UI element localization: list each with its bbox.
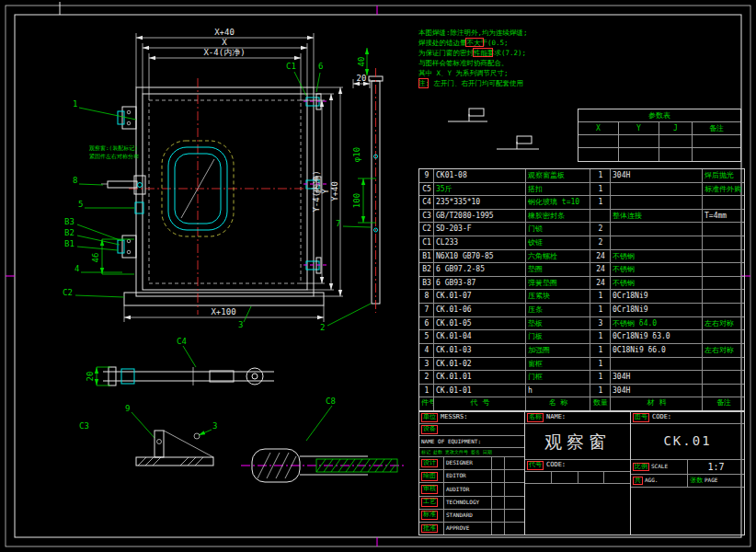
parts-cell-name: 压紧块 bbox=[526, 290, 590, 303]
scale-value: 1:7 bbox=[688, 460, 744, 474]
callout-1: 1 bbox=[73, 99, 77, 109]
parts-cell-qty: 1 bbox=[590, 304, 611, 316]
parts-cell-qty: 24 bbox=[590, 250, 611, 263]
parts-cell-rem bbox=[703, 358, 744, 371]
revision-row: 标记 处数 更改文件号 签名 日期 bbox=[419, 448, 524, 457]
parts-cell-code: CK.01-07 bbox=[434, 290, 526, 303]
callout-6: 6 bbox=[318, 62, 323, 71]
parts-cell-name: 橡胶密封条 bbox=[526, 210, 590, 223]
parts-cell-name: 六角螺栓 bbox=[526, 250, 590, 263]
callout-c8: C8 bbox=[326, 397, 336, 406]
dim-x100: X+100 bbox=[211, 307, 235, 316]
notes: 本图焊缝:除注明外,均为连续焊缝;焊接处的错边量不大于(0.5;为保证门窗的密封… bbox=[418, 28, 612, 88]
parts-header-cell: 数量 bbox=[590, 397, 611, 410]
dim-20-bar: 20 bbox=[357, 74, 367, 83]
parts-cell-code: CL233 bbox=[434, 236, 526, 249]
detail-c4: 20 bbox=[86, 367, 274, 385]
parts-cell-code: 6 GB93-87 bbox=[434, 277, 526, 290]
callout-9: 9 bbox=[125, 404, 130, 413]
parts-header-cell: 备注 bbox=[703, 397, 744, 410]
detail-c3 bbox=[136, 431, 213, 466]
parts-cell-code: N6X10 GB70-85 bbox=[434, 250, 526, 263]
name-en: NAME: bbox=[546, 414, 566, 421]
parts-cell-name: 门锁 bbox=[526, 223, 590, 236]
parts-cell-mat: 304H bbox=[611, 371, 703, 384]
parts-cell-name: 门板 bbox=[526, 330, 590, 343]
revision-labels: 标记 处数 更改文件号 签名 日期 bbox=[421, 450, 492, 455]
mid-code-label: 代号 bbox=[527, 461, 544, 470]
mid-code-row: 代号 CODE: bbox=[525, 460, 630, 472]
param-table-empty-row bbox=[578, 135, 740, 148]
parts-cell-name: 加强圈 bbox=[526, 344, 590, 357]
title-block-left: 单位 MESSRS: 设备 NAME OF EQUIPMENT: 标记 处数 更… bbox=[419, 412, 525, 535]
title-block-role-row: 批准APPROVE bbox=[419, 523, 524, 535]
parts-cell-qty: 1 bbox=[590, 358, 611, 371]
parts-cell-qty: 24 bbox=[590, 263, 611, 276]
parts-cell-rem bbox=[703, 196, 744, 209]
callout-8: 8 bbox=[73, 176, 77, 185]
dim-phi10: φ10 bbox=[352, 147, 361, 162]
dim-40: 40 bbox=[357, 57, 366, 67]
parts-row: B26 GB97.2-85垫圈24不锈钢 bbox=[419, 262, 744, 276]
param-table-title: 参数表 bbox=[578, 109, 740, 122]
parts-cell-code: CK.01-04 bbox=[434, 330, 526, 343]
parts-cell-code: SD-203-F bbox=[434, 223, 526, 236]
parts-cell-seq: 4 bbox=[419, 344, 434, 357]
parts-row: 1CK.01-01h1304H bbox=[419, 384, 744, 397]
parts-cell-qty bbox=[590, 210, 611, 223]
parts-cell-qty: 1 bbox=[590, 196, 611, 209]
dim-c4-20: 20 bbox=[86, 372, 95, 382]
parts-cell-mat: 0Cr18Ni9 bbox=[611, 290, 703, 303]
cad-sheet: X+40 X X-4(内净) Y-4(内净) Y Y+40 X+100 bbox=[0, 0, 756, 552]
parts-cell-rem bbox=[703, 250, 744, 263]
parts-cell-code: CK.01-05 bbox=[434, 317, 526, 330]
equipment-en: NAME OF EQUIPMENT: bbox=[421, 439, 481, 445]
drawing-name: 观察窗 bbox=[525, 424, 630, 460]
parts-row: B36 GB93-87弹簧垫圈24不锈钢 bbox=[419, 276, 744, 290]
title-block-role-row: 标准STANDARD bbox=[419, 510, 524, 523]
parts-cell-qty: 1 bbox=[590, 290, 611, 303]
door-handle bbox=[101, 176, 145, 194]
dim-y4: Y-4(内净) bbox=[312, 170, 321, 212]
param-table-empty-row bbox=[578, 148, 740, 161]
callout-3: 3 bbox=[238, 320, 243, 329]
unit-value: MESSRS: bbox=[441, 414, 468, 421]
highlight-box bbox=[418, 78, 429, 88]
page-row: 共 AGG. 张数 PAGE bbox=[631, 475, 744, 488]
parts-cell-code: CK.01-01 bbox=[434, 385, 526, 397]
parts-cell-name: 垫板 bbox=[526, 317, 590, 330]
parts-cell-seq: C5 bbox=[419, 183, 434, 196]
callout-c1: C1 bbox=[286, 62, 296, 71]
mid-code-en: CODE: bbox=[546, 462, 566, 469]
code-label: 图号 bbox=[633, 413, 649, 422]
parts-cell-qty: 2 bbox=[590, 223, 611, 236]
title-block-role-row: 设计DESIGNER bbox=[419, 457, 524, 470]
title-block-role-row: 绘图EDITOR bbox=[419, 470, 524, 483]
parts-header-cell: 名 称 bbox=[526, 397, 590, 410]
parts-header-cell: 件号 bbox=[419, 397, 434, 410]
parts-row: 6CK.01-05垫板3不锈钢 δ4.0左右对称 bbox=[419, 316, 744, 330]
parts-cell-qty: 2 bbox=[590, 236, 611, 249]
scale-en: SCALE bbox=[651, 464, 668, 470]
dimension-bottom: X+100 bbox=[124, 305, 324, 322]
param-col-x: X bbox=[578, 122, 619, 134]
callout-2: 2 bbox=[320, 323, 325, 332]
parts-cell-qty: 1 bbox=[590, 169, 611, 182]
parts-row: 5CK.01-04门板10Cr18Ni9 δ3.0 bbox=[419, 329, 744, 343]
page-en: PAGE bbox=[704, 477, 717, 484]
parts-cell-code: GB/T2080-1995 bbox=[434, 210, 526, 223]
parts-cell-name: 观察窗盖板 bbox=[526, 169, 590, 182]
parts-cell-name: 压条 bbox=[526, 304, 590, 316]
title-block-right: 图号 CODE: CK.01 比例 SCALE 1:7 共 AGG. 张数 PA… bbox=[631, 412, 744, 535]
equipment-en-row: NAME OF EQUIPMENT: bbox=[419, 436, 524, 448]
title-block-middle: 名称 NAME: 观察窗 代号 CODE: bbox=[525, 412, 631, 535]
parts-row: C535斤搭扣1标准件外购 bbox=[419, 182, 744, 196]
parts-cell-rem bbox=[703, 385, 744, 397]
parts-cell-code: CK.01-03 bbox=[434, 344, 526, 357]
parts-cell-seq: B2 bbox=[419, 263, 434, 276]
parts-row: C1CL233铰链2 bbox=[419, 236, 744, 249]
parts-cell-mat bbox=[611, 236, 703, 249]
callout-b1: B1 bbox=[64, 239, 74, 248]
code-en: CODE: bbox=[652, 414, 671, 421]
parts-cell-mat: 整体连接 bbox=[611, 210, 703, 223]
